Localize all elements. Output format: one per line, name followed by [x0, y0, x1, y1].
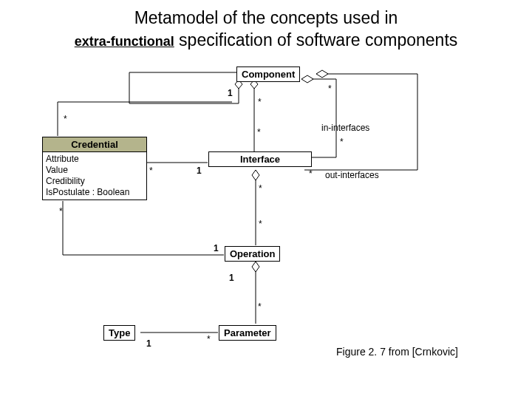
uml-diagram: Component Credential Attribute Value Cre…	[0, 52, 532, 377]
class-type: Type	[103, 325, 135, 341]
mult-iface-op-topstar: *	[259, 183, 262, 194]
title-line1: Metamodel of the concepts used in	[134, 8, 398, 27]
class-parameter: Parameter	[219, 325, 276, 341]
mult-cred-comp-star: *	[64, 114, 67, 124]
svg-marker-8	[301, 75, 313, 83]
mult-cred-op-1: 1	[214, 243, 219, 253]
mult-comp-iface-star2: *	[257, 127, 261, 137]
mult-out-iface-star: *	[309, 168, 313, 179]
mult-cred-iface-1: 1	[197, 166, 202, 176]
svg-marker-21	[252, 170, 259, 180]
assoc-out-interfaces: out-interfaces	[325, 170, 379, 180]
mult-in-iface-star: *	[340, 137, 344, 147]
title-emphasis: extra-functional	[75, 34, 174, 49]
class-component: Component	[236, 66, 300, 82]
assoc-in-interfaces: in-interfaces	[321, 123, 369, 133]
svg-marker-23	[252, 262, 259, 272]
class-credential-title: Credential	[43, 137, 146, 152]
attr-ispostulate: IsPostulate : Boolean	[46, 187, 143, 198]
mult-in-top-star: *	[328, 83, 332, 94]
mult-cred-iface-star: *	[149, 166, 153, 176]
attr-credibility: Credibility	[46, 176, 143, 187]
class-credential-attributes: Attribute Value Credibility IsPostulate …	[43, 152, 146, 200]
mult-iface-op-botstar: *	[259, 219, 262, 229]
page-title: Metamodel of the concepts used in extra-…	[0, 0, 532, 52]
mult-op-param-1: 1	[229, 273, 234, 283]
svg-marker-12	[316, 70, 328, 78]
class-operation: Operation	[225, 246, 280, 262]
figure-caption: Figure 2. 7 from [Crnkovic]	[336, 346, 458, 358]
mult-type-param-star: *	[207, 334, 211, 344]
attr-value: Value	[46, 165, 143, 176]
title-line2-rest: specification of software components	[174, 30, 458, 50]
class-interface: Interface	[208, 151, 312, 167]
attr-attribute: Attribute	[46, 154, 143, 165]
mult-op-param-star: *	[258, 301, 262, 312]
mult-type-param-1: 1	[146, 338, 151, 349]
class-credential: Credential Attribute Value Credibility I…	[42, 137, 147, 200]
mult-cred-op-star: *	[59, 206, 63, 216]
mult-comp-iface-star: *	[258, 97, 262, 107]
mult-comp-self-1: 1	[228, 88, 233, 98]
